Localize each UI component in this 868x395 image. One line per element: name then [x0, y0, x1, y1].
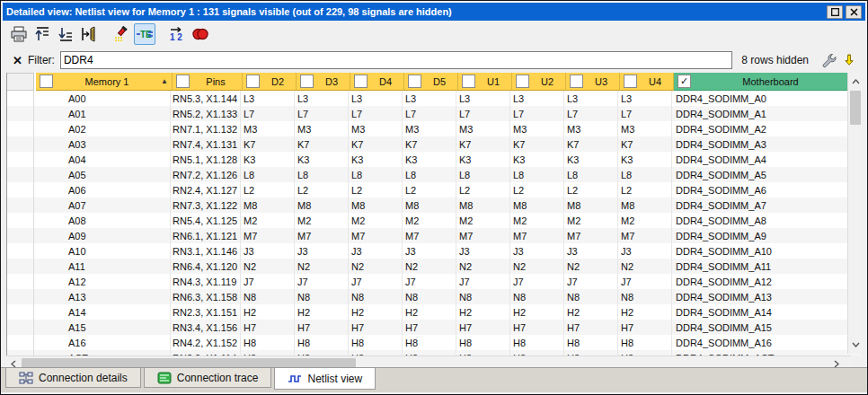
chip-pin-cell[interactable]: H7 [349, 320, 403, 335]
chip-pin-cell[interactable]: N8 [295, 289, 349, 304]
scroll-down-icon[interactable] [848, 338, 863, 352]
signal-cell[interactable]: A09 [34, 228, 171, 243]
chip-pin-cell[interactable]: M8 [510, 198, 564, 213]
wrench-icon[interactable] [818, 52, 839, 68]
chip-pin-cell[interactable]: L2 [295, 182, 349, 198]
signal-cell[interactable]: A14 [34, 304, 171, 320]
chip-pin-cell[interactable]: L7 [349, 106, 403, 121]
pins-cell[interactable]: RN7.1, X1.132 [171, 121, 241, 136]
chip-pin-cell[interactable]: L7 [456, 106, 510, 121]
chip-pin-cell[interactable]: M8 [349, 198, 403, 213]
chip-pin-cell[interactable]: L2 [564, 182, 618, 198]
chip-pin-cell[interactable]: N2 [295, 259, 349, 274]
chip-pin-cell[interactable]: M3 [403, 121, 456, 136]
vertical-scroll-thumb[interactable] [850, 91, 861, 125]
chip-pin-cell[interactable]: N2 [403, 259, 456, 274]
chip-pin-cell[interactable]: K7 [456, 136, 510, 152]
chip-pin-cell[interactable]: J3 [618, 243, 672, 259]
chip-pin-cell[interactable]: K3 [295, 152, 349, 167]
chip-pin-cell[interactable]: L2 [403, 182, 456, 198]
sort-numbering-icon[interactable]: 1 2 [166, 23, 188, 45]
column-checkbox[interactable] [624, 75, 637, 88]
chip-pin-cell[interactable]: L3 [618, 91, 672, 106]
chip-pin-cell[interactable]: M8 [456, 198, 510, 213]
signal-cell[interactable]: A03 [34, 136, 171, 152]
table-row[interactable]: A15RN3.4, X1.156H7H7H7H7H7H7H7H7DDR4_SOD… [7, 320, 862, 335]
chip-pin-cell[interactable]: L3 [241, 91, 295, 106]
column-checkbox[interactable] [570, 75, 583, 88]
row-gutter-cell[interactable] [7, 136, 34, 152]
motherboard-cell[interactable]: DDR4_SODIMM_A0 [672, 91, 848, 106]
title-bar[interactable]: Detailed view: Netlist view for Memory 1… [3, 3, 865, 21]
pins-cell[interactable]: RN7.3, X1.122 [171, 198, 241, 213]
chip-pin-cell[interactable]: M3 [241, 121, 295, 136]
chip-pin-cell[interactable]: L2 [349, 182, 403, 198]
chip-pin-cell[interactable]: M3 [456, 121, 510, 136]
chip-pin-cell[interactable]: K3 [456, 152, 510, 167]
chip-pin-cell[interactable]: M2 [349, 213, 403, 228]
pins-cell[interactable]: RN7.4, X1.131 [171, 136, 241, 152]
chip-pin-cell[interactable]: H8 [510, 335, 564, 350]
pins-cell[interactable]: RN5.1, X1.128 [171, 152, 241, 167]
column-header-u1[interactable]: U1 [458, 73, 512, 91]
chip-pin-cell[interactable]: N2 [510, 259, 564, 274]
chip-pin-cell[interactable]: H7 [564, 320, 618, 335]
signal-cell[interactable]: A08 [34, 213, 171, 228]
chip-pin-cell[interactable]: M7 [618, 228, 672, 243]
move-row-up-icon[interactable] [31, 23, 53, 45]
column-header-motherboard[interactable]: ✓Motherboard [674, 73, 850, 91]
signal-cell[interactable]: A07 [34, 198, 171, 213]
chip-pin-cell[interactable]: L8 [349, 167, 403, 182]
chip-pin-cell[interactable]: H7 [618, 320, 672, 335]
chip-pin-cell[interactable]: K7 [295, 136, 349, 152]
chip-pin-cell[interactable]: L8 [456, 167, 510, 182]
chip-pin-cell[interactable]: H8 [241, 335, 295, 350]
pins-cell[interactable]: RN2.3, X1.151 [171, 304, 241, 320]
chip-pin-cell[interactable]: L3 [456, 91, 510, 106]
chip-pin-cell[interactable]: L3 [510, 91, 564, 106]
tab-connection-trace[interactable]: Connection trace [144, 368, 272, 388]
chip-pin-cell[interactable]: N8 [456, 289, 510, 304]
chip-pin-cell[interactable]: J7 [510, 274, 564, 289]
column-checkbox[interactable] [462, 75, 475, 88]
chip-pin-cell[interactable]: K3 [564, 152, 618, 167]
chip-pin-cell[interactable]: L8 [564, 167, 618, 182]
pins-cell[interactable]: RN6.1, X1.121 [171, 228, 241, 243]
chip-pin-cell[interactable]: H2 [564, 304, 618, 320]
chip-pin-cell[interactable]: M7 [510, 228, 564, 243]
signal-cell[interactable]: A16 [34, 335, 171, 350]
table-row[interactable]: A12RN4.3, X1.119J7J7J7J7J7J7J7J7DDR4_SOD… [7, 274, 862, 289]
clear-filter-button[interactable]: ✕ [9, 55, 26, 66]
chip-pin-cell[interactable]: M7 [349, 228, 403, 243]
chip-pin-cell[interactable]: M7 [295, 228, 349, 243]
chip-pin-cell[interactable]: H8 [349, 335, 403, 350]
column-checkbox[interactable] [300, 75, 314, 88]
column-header-d5[interactable]: D5 [404, 73, 458, 91]
fit-columns-icon[interactable] [78, 23, 100, 45]
chip-pin-cell[interactable]: M7 [564, 228, 618, 243]
chip-pin-cell[interactable]: K7 [403, 136, 456, 152]
pins-cell[interactable]: RN3.1, X1.146 [171, 243, 241, 259]
motherboard-cell[interactable]: DDR4_SODIMM_A2 [672, 121, 848, 136]
row-gutter-cell[interactable] [7, 228, 34, 243]
signal-cell[interactable]: A10 [34, 243, 171, 259]
column-header-u3[interactable]: U3 [566, 73, 620, 91]
chip-pin-cell[interactable]: H2 [295, 304, 349, 320]
table-row[interactable]: A16RN4.2, X1.152H8H8H8H8H8H8H8H8DDR4_SOD… [7, 335, 862, 350]
signal-cell[interactable]: A15 [34, 320, 171, 335]
tab-netlist-view[interactable]: Netlist view [274, 368, 376, 390]
chip-pin-cell[interactable]: N2 [564, 259, 618, 274]
chip-pin-cell[interactable]: H2 [349, 304, 403, 320]
row-gutter-cell[interactable] [7, 91, 34, 106]
chip-pin-cell[interactable]: J7 [403, 274, 456, 289]
chip-pin-cell[interactable]: N8 [510, 289, 564, 304]
row-gutter-cell[interactable] [7, 182, 34, 198]
chip-pin-cell[interactable]: H2 [456, 304, 510, 320]
chip-pin-cell[interactable]: H8 [618, 335, 672, 350]
chip-pin-cell[interactable]: H2 [241, 304, 295, 320]
column-header-d2[interactable]: D2 [243, 73, 297, 91]
chip-pin-cell[interactable]: M2 [403, 213, 456, 228]
chip-pin-cell[interactable]: H8 [564, 335, 618, 350]
motherboard-cell[interactable]: DDR4_SODIMM_A13 [672, 289, 848, 304]
column-header-d4[interactable]: D4 [350, 73, 404, 91]
